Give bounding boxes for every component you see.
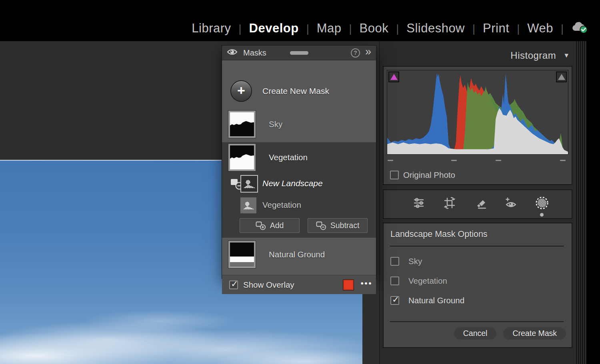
mask-item-natural-ground[interactable]: Natural Ground [228,241,325,268]
option-natural-ground[interactable]: Natural Ground [390,296,464,305]
healing-eraser-icon[interactable] [473,196,488,210]
cloud-sync-ok-icon[interactable] [571,20,590,34]
cancel-button[interactable]: Cancel [454,327,497,340]
histogram-tick [388,160,393,161]
module-nav: Library | Develop | Map | Book | Slidesh… [192,19,590,36]
mask-item-vegetation[interactable]: Vegetation [228,144,308,171]
create-new-mask-label: Create New Mask [262,86,329,96]
collapse-chevrons-icon[interactable]: » [365,48,371,58]
nav-divider: | [239,23,242,35]
landscape-mask-options-panel: Landscape Mask Options Sky Vegetation Na… [383,223,572,348]
crop-rotate-icon[interactable] [442,196,457,210]
masks-panel-title: Masks [243,48,266,58]
mask-component-vegetation[interactable]: Vegetation [222,197,376,214]
masks-panel-footer: Show Overlay ••• [222,275,376,294]
sky-label: Sky [408,257,422,266]
tool-strip [383,189,572,219]
nav-divider: | [517,23,520,35]
masks-header-actions: ? » [351,48,371,58]
mask-group-vegetation: Vegetation [222,142,376,238]
nav-divider: | [349,23,352,35]
original-photo-label: Original Photo [403,170,455,180]
vegetation-mask-thumbnail[interactable] [228,144,256,171]
nav-tab-slideshow[interactable]: Slideshow [406,21,465,36]
nav-tab-book[interactable]: Book [360,21,389,36]
histogram-header[interactable]: Histogram ▼ [380,41,575,65]
sky-mask-thumbnail[interactable] [228,111,256,138]
histogram-chart [387,70,568,154]
natural-ground-label: Natural Ground [408,296,464,305]
overlay-color-swatch[interactable] [343,279,354,290]
histogram-tick [560,160,566,161]
masking-icon[interactable] [535,196,549,210]
masks-panel-header[interactable]: Masks ? » [222,46,376,60]
show-overlay-checkbox[interactable] [229,280,238,289]
lightroom-window: Library | Develop | Map | Book | Slidesh… [0,0,600,364]
show-overlay-label: Show Overlay [243,280,294,290]
adjust-sliders-icon[interactable] [412,196,426,210]
right-panel-column: Histogram ▼ Original Photo [379,41,600,364]
nav-divider: | [396,23,399,35]
nav-tab-library[interactable]: Library [192,21,231,36]
separator [390,246,564,247]
new-landscape-label: New Landscape [262,179,323,188]
panel-edge-grip[interactable] [575,41,586,364]
screen-edge [586,41,600,364]
highlight-clipping-indicator[interactable] [556,72,567,82]
create-mask-button[interactable]: Create Mask [503,327,566,340]
sky-mask-label: Sky [269,119,282,129]
subtract-button-label: Subtract [330,221,360,230]
nav-tab-develop[interactable]: Develop [249,21,299,36]
plus-icon[interactable]: + [230,80,252,102]
nav-divider: | [561,23,564,35]
natural-ground-checkbox[interactable] [390,296,399,305]
red-eye-icon[interactable] [504,196,518,210]
mask-options-title: Landscape Mask Options [390,229,488,239]
module-picker-bar: Library | Develop | Map | Book | Slidesh… [0,0,600,41]
natural-ground-thumbnail[interactable] [228,241,256,268]
histogram-title: Histogram [510,50,556,61]
sky-checkbox[interactable] [390,257,399,266]
vegetation-checkbox[interactable] [390,276,399,285]
option-sky[interactable]: Sky [390,257,422,266]
mask-component-new-landscape[interactable]: New Landscape [222,175,376,194]
histogram-tick [451,160,457,161]
shadow-clipping-triangle [390,74,398,80]
vegetation-component-thumbnail[interactable] [240,197,256,213]
subtract-button[interactable]: Subtract [308,218,368,233]
nav-divider: | [472,23,475,35]
add-button[interactable]: Add [240,218,300,233]
drag-handle[interactable] [290,51,308,55]
nav-tab-web[interactable]: Web [527,21,553,36]
help-icon[interactable]: ? [351,48,360,58]
new-landscape-thumbnail[interactable] [240,175,258,193]
mask-component-actions: Add Subtract [240,218,368,233]
nav-tab-print[interactable]: Print [483,21,509,36]
vegetation-mask-label: Vegetation [269,153,308,162]
natural-ground-label: Natural Ground [269,250,325,259]
histogram-panel: Original Photo [383,66,572,185]
nav-tab-map[interactable]: Map [317,21,342,36]
add-shape-icon [256,221,266,230]
histogram-collapse-icon[interactable]: ▼ [563,52,570,59]
histogram-tick [496,160,501,161]
original-photo-toggle[interactable]: Original Photo [390,170,455,180]
highlight-clipping-triangle [558,74,565,80]
active-tool-indicator [540,213,544,217]
mask-options-buttons: Cancel Create Mask [454,327,566,340]
right-panel: Histogram ▼ Original Photo [379,41,575,364]
histogram-axis-ticks [387,158,568,163]
create-new-mask-button[interactable]: + Create New Mask [230,80,329,102]
eye-icon[interactable] [227,48,238,57]
original-photo-checkbox[interactable] [390,171,399,179]
separator [390,321,564,322]
more-options-icon[interactable]: ••• [360,278,372,288]
mask-item-sky[interactable]: Sky [228,111,282,138]
option-vegetation[interactable]: Vegetation [390,276,447,286]
histogram-plot[interactable] [387,70,568,155]
vegetation-component-label: Vegetation [262,200,301,210]
add-button-label: Add [270,221,284,230]
shadow-clipping-indicator[interactable] [388,72,399,82]
nav-divider: | [306,23,309,35]
masks-panel: Masks ? » + Create New Mask Sky [222,45,376,279]
